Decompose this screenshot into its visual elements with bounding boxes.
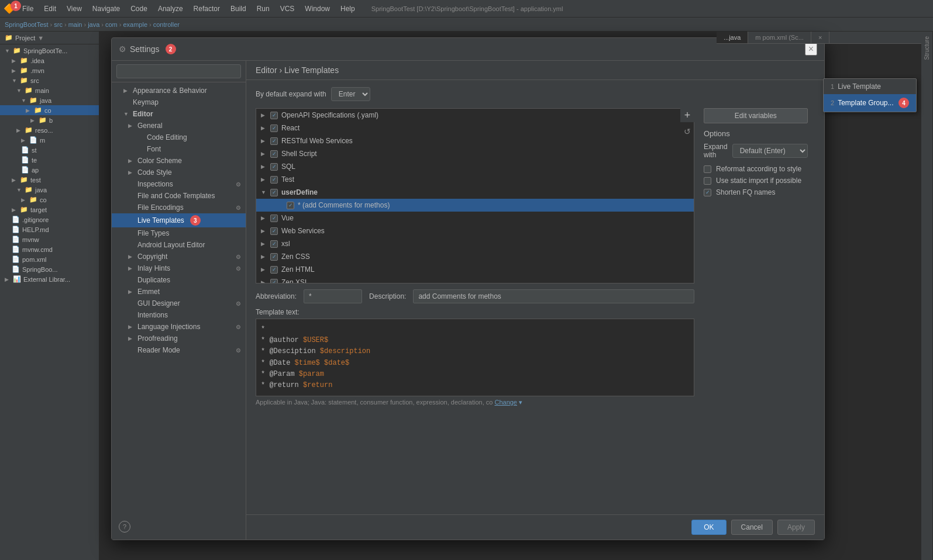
checkbox-restful[interactable] xyxy=(270,137,278,145)
tree-main[interactable]: ▼ 📁 main xyxy=(0,85,99,95)
checkbox-openapi[interactable] xyxy=(270,112,278,119)
menu-build[interactable]: Build xyxy=(226,4,251,14)
tree-src[interactable]: ▼ 📁 src xyxy=(0,75,99,85)
menu-refactor[interactable]: Refactor xyxy=(189,4,225,14)
settings-item-keymap[interactable]: Keymap xyxy=(112,96,246,108)
tree-mvnw-cmd[interactable]: 📄 mvnw.cmd xyxy=(0,244,99,254)
structure-label[interactable]: Structure xyxy=(924,32,930,65)
apply-button[interactable]: Apply xyxy=(777,520,815,535)
breadcrumb-java[interactable]: java xyxy=(88,21,99,28)
tree-springboot[interactable]: 📄 SpringBoo... xyxy=(0,264,99,274)
settings-search-input[interactable] xyxy=(116,64,241,78)
checkbox-userdefine[interactable] xyxy=(270,189,278,196)
settings-item-general[interactable]: ▶ General xyxy=(112,120,246,132)
settings-item-editor[interactable]: ▼ Editor xyxy=(112,108,246,120)
expand-with-select[interactable]: Enter xyxy=(331,87,370,101)
breadcrumb-controller[interactable]: controller xyxy=(153,21,180,28)
tree-resources[interactable]: ▶ 📁 reso... xyxy=(0,125,99,135)
group-shell[interactable]: ▶ Shell Script xyxy=(256,147,694,160)
menu-help[interactable]: Help xyxy=(336,4,360,14)
group-userdefine[interactable]: ▼ userDefine xyxy=(256,186,694,199)
tree-mvnw[interactable]: 📄 mvnw xyxy=(0,234,99,244)
checkbox-item[interactable] xyxy=(287,202,294,209)
checkbox-webservices[interactable] xyxy=(270,227,278,235)
menu-vcs[interactable]: VCS xyxy=(276,4,299,14)
breadcrumb-src[interactable]: src xyxy=(54,21,63,28)
settings-item-file-code-templates[interactable]: File and Code Templates xyxy=(112,190,246,202)
change-link[interactable]: Change xyxy=(494,399,517,406)
checkbox-static-import[interactable] xyxy=(704,177,711,185)
tree-help[interactable]: 📄 HELP.md xyxy=(0,224,99,234)
settings-item-proofreading[interactable]: ▶ Proofreading xyxy=(112,333,246,344)
checkbox-reformat[interactable] xyxy=(704,165,711,173)
settings-item-file-encodings[interactable]: File Encodings ⚙ xyxy=(112,202,246,213)
settings-item-copyright[interactable]: ▶ Copyright ⚙ xyxy=(112,251,246,262)
project-dropdown-icon[interactable]: ▼ xyxy=(37,34,44,42)
settings-item-appearance[interactable]: ▶ Appearance & Behavior xyxy=(112,85,246,96)
settings-item-emmet[interactable]: ▶ Emmet xyxy=(112,286,246,298)
menu-edit[interactable]: Edit xyxy=(39,4,61,14)
group-xsl[interactable]: ▶ xsl xyxy=(256,237,694,250)
group-vue[interactable]: ▶ Vue xyxy=(256,212,694,224)
tree-co[interactable]: ▶ 📁 co xyxy=(0,105,99,115)
group-openapi[interactable]: ▶ OpenAPI Specifications (.yaml) xyxy=(256,109,694,122)
checkbox-react[interactable] xyxy=(270,125,278,132)
breadcrumb-com[interactable]: com xyxy=(105,21,118,28)
popup-item-template-group[interactable]: 2 Template Group... 4 xyxy=(824,94,916,112)
settings-item-duplicates[interactable]: Duplicates xyxy=(112,274,246,286)
tree-file1[interactable]: 📄 st xyxy=(0,145,99,155)
settings-item-color-scheme[interactable]: ▶ Color Scheme xyxy=(112,155,246,167)
template-item-star[interactable]: * (add Comments for methos) xyxy=(256,199,694,212)
group-sql[interactable]: ▶ SQL xyxy=(256,160,694,173)
tab-pom[interactable]: m pom.xml (Sc... xyxy=(748,32,811,43)
settings-item-reader-mode[interactable]: Reader Mode ⚙ xyxy=(112,344,246,356)
undo-button[interactable]: ↺ xyxy=(680,125,694,139)
tab-java[interactable]: ...java xyxy=(717,32,748,43)
add-template-button[interactable]: + xyxy=(680,108,694,122)
checkbox-vue[interactable] xyxy=(270,215,278,222)
cancel-button[interactable]: Cancel xyxy=(731,520,773,535)
menu-window[interactable]: Window xyxy=(300,4,335,14)
breadcrumb-main[interactable]: main xyxy=(68,21,82,28)
checkbox-zenxsl[interactable] xyxy=(270,279,278,284)
tree-idea[interactable]: ▶ 📁 .idea xyxy=(0,56,99,65)
menu-run[interactable]: Run xyxy=(252,4,274,14)
breadcrumb-project[interactable]: SpringBootTest xyxy=(5,21,49,28)
menu-navigate[interactable]: Navigate xyxy=(88,4,125,14)
group-webservices[interactable]: ▶ Web Services xyxy=(256,224,694,237)
tree-test[interactable]: ▶ 📁 test xyxy=(0,175,99,185)
expand-with-dropdown[interactable]: Default (Enter) xyxy=(732,144,808,158)
checkbox-shell[interactable] xyxy=(270,150,278,158)
group-zenxsl[interactable]: ▶ Zen XSL xyxy=(256,276,694,284)
group-zenhtml[interactable]: ▶ Zen HTML xyxy=(256,263,694,276)
tree-test-java[interactable]: ▼ 📁 java xyxy=(0,185,99,195)
settings-item-inspections[interactable]: Inspections ⚙ xyxy=(112,178,246,190)
settings-item-language-injections[interactable]: ▶ Language Injections ⚙ xyxy=(112,321,246,333)
checkbox-sql[interactable] xyxy=(270,163,278,171)
settings-item-code-style[interactable]: ▶ Code Style xyxy=(112,167,246,178)
tree-gitignore[interactable]: 📄 .gitignore xyxy=(0,215,99,224)
help-button[interactable]: ? xyxy=(119,521,130,533)
group-react[interactable]: ▶ React xyxy=(256,122,694,134)
checkbox-xsl[interactable] xyxy=(270,240,278,248)
tree-target[interactable]: ▶ 📁 target xyxy=(0,205,99,215)
group-zencss[interactable]: ▶ Zen CSS xyxy=(256,250,694,263)
checkbox-zenhtml[interactable] xyxy=(270,266,278,274)
tree-springboottest[interactable]: ▼ 📁 SpringBootTe... xyxy=(0,46,99,56)
tree-pom[interactable]: 📄 pom.xml xyxy=(0,254,99,264)
edit-variables-button[interactable]: Edit variables xyxy=(704,108,808,123)
settings-item-inlay-hints[interactable]: ▶ Inlay Hints ⚙ xyxy=(112,262,246,274)
settings-item-code-editing[interactable]: Code Editing xyxy=(112,132,246,143)
settings-item-file-types[interactable]: File Types xyxy=(112,227,246,239)
settings-item-android-layout-editor[interactable]: Android Layout Editor xyxy=(112,239,246,251)
abbreviation-input[interactable] xyxy=(304,289,362,303)
settings-item-gui-designer[interactable]: GUI Designer ⚙ xyxy=(112,298,246,309)
tree-java[interactable]: ▼ 📁 java xyxy=(0,95,99,105)
checkbox-zencss[interactable] xyxy=(270,253,278,261)
template-text-area[interactable]: * * @author $USER$ * @Desciption $descri… xyxy=(256,319,694,396)
tree-b[interactable]: ▶ 📁 b xyxy=(0,115,99,125)
tree-file2[interactable]: 📄 te xyxy=(0,155,99,165)
settings-item-font[interactable]: Font xyxy=(112,143,246,155)
tree-mvn[interactable]: ▶ 📁 .mvn xyxy=(0,65,99,75)
breadcrumb-example[interactable]: example xyxy=(123,21,147,28)
